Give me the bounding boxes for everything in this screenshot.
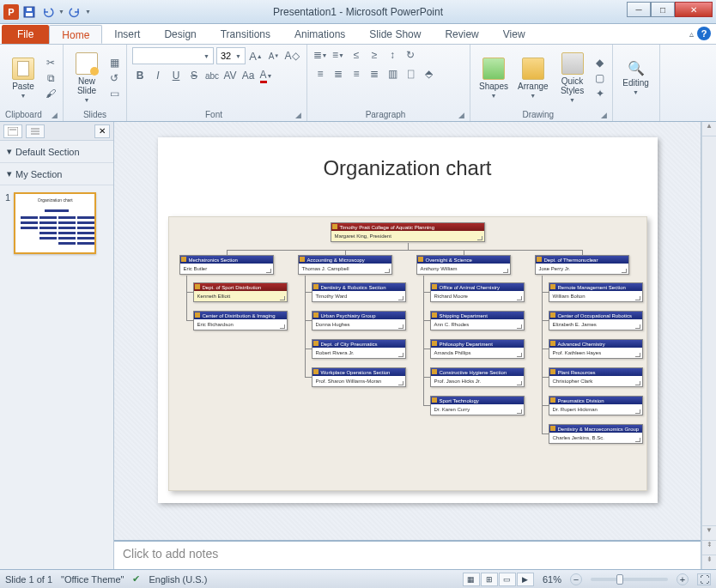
status-language[interactable]: English (U.S.) bbox=[149, 574, 207, 585]
panel-close-button[interactable]: ✕ bbox=[94, 124, 110, 138]
reset-icon[interactable]: ↺ bbox=[107, 71, 121, 85]
spellcheck-icon[interactable]: ✔ bbox=[132, 573, 140, 585]
editing-button[interactable]: 🔍 Editing ▼ bbox=[618, 47, 654, 108]
org-node[interactable]: Plant ResourcesChristopher Clark bbox=[549, 367, 643, 387]
slide-thumbnail[interactable]: Organization chart bbox=[14, 192, 96, 254]
tab-view[interactable]: View bbox=[491, 25, 537, 44]
minimize-ribbon-icon[interactable]: ▵ bbox=[689, 29, 694, 39]
org-node[interactable]: Urban Psychiatry GroupDonna Hughes bbox=[312, 311, 406, 330]
underline-button[interactable]: U bbox=[168, 68, 184, 83]
slide-thumbnail-row[interactable]: 1 Organization chart bbox=[0, 185, 113, 261]
numbering-icon[interactable]: ≡▼ bbox=[331, 47, 346, 63]
cut-icon[interactable]: ✂ bbox=[44, 56, 58, 70]
zoom-level[interactable]: 61% bbox=[543, 574, 561, 585]
fit-window-icon[interactable]: ⛶ bbox=[697, 573, 711, 585]
org-node[interactable]: Dept. of Sport DistributionKenneth Ellio… bbox=[193, 282, 288, 302]
font-size-combo[interactable]: 32▼ bbox=[216, 47, 246, 64]
org-node[interactable]: Dept. of City PneumaticsRobert Rivera Jr… bbox=[312, 339, 406, 359]
increase-indent-icon[interactable]: ≥ bbox=[367, 47, 382, 63]
tab-animations[interactable]: Animations bbox=[282, 25, 357, 44]
grow-font-icon[interactable]: A▲ bbox=[248, 48, 264, 64]
org-node[interactable]: Shipping DepartmentAnn C. Rhodes bbox=[430, 311, 525, 330]
close-button[interactable]: ✕ bbox=[675, 2, 713, 17]
org-node[interactable]: Dentistry & Robotics SectionTimothy Ward bbox=[312, 282, 406, 302]
shapes-button[interactable]: Shapes▼ bbox=[476, 56, 512, 100]
tab-home[interactable]: Home bbox=[49, 25, 102, 44]
new-slide-button[interactable]: New Slide ▼ bbox=[69, 51, 105, 105]
align-left-icon[interactable]: ≡ bbox=[312, 66, 328, 82]
org-node[interactable]: Sport TechnologyDr. Karen Curry bbox=[430, 396, 525, 415]
zoom-out-icon[interactable]: − bbox=[570, 573, 582, 585]
layout-icon[interactable]: ▦ bbox=[107, 56, 121, 70]
char-spacing-icon[interactable]: AV bbox=[222, 68, 238, 83]
align-text-icon[interactable]: ⎕ bbox=[403, 66, 418, 82]
columns-icon[interactable]: ▥ bbox=[385, 66, 400, 82]
scroll-up-icon[interactable]: ▲ bbox=[702, 122, 716, 136]
bullets-icon[interactable]: ≣▼ bbox=[312, 47, 328, 63]
org-node[interactable]: Philosophy DepartmentAmanda Phillips bbox=[430, 339, 525, 359]
redo-icon[interactable] bbox=[66, 3, 83, 21]
org-node[interactable]: Office of Animal ChemistryRichard Moore bbox=[430, 282, 525, 302]
slideshow-view-icon[interactable]: ▶ bbox=[517, 573, 534, 586]
slide[interactable]: Organization chart Timothy Pratt College… bbox=[158, 137, 658, 503]
org-node[interactable]: Workplace Operations SectionProf. Sharon… bbox=[312, 367, 406, 387]
text-direction-icon[interactable]: ↻ bbox=[403, 47, 418, 63]
org-node[interactable]: Dept. of Thermonuclear MathematicsJose P… bbox=[535, 255, 629, 275]
org-node[interactable]: Dentistry & Macroeconomics GroupCharles … bbox=[549, 424, 643, 444]
shape-effects-icon[interactable]: ✦ bbox=[593, 87, 607, 100]
shape-fill-icon[interactable]: ◆ bbox=[593, 56, 607, 70]
help-icon[interactable]: ? bbox=[697, 27, 711, 40]
italic-button[interactable]: I bbox=[150, 68, 166, 83]
minimize-button[interactable]: ─ bbox=[627, 2, 651, 17]
tab-file[interactable]: File bbox=[2, 25, 49, 44]
tab-slideshow[interactable]: Slide Show bbox=[357, 25, 433, 44]
strikethrough-button[interactable]: S bbox=[186, 68, 202, 83]
org-node[interactable]: Constructive Hygiene SectionProf. Jason … bbox=[430, 367, 525, 387]
copy-icon[interactable]: ⧉ bbox=[44, 71, 58, 85]
align-center-icon[interactable]: ≣ bbox=[331, 66, 346, 82]
org-node[interactable]: Oversight & ScienceAnthony William bbox=[416, 255, 511, 275]
slide-title[interactable]: Organization chart bbox=[158, 156, 658, 180]
org-node[interactable]: Pneumatics DivisionDr. Rupert Hickman bbox=[549, 396, 643, 415]
font-name-combo[interactable]: ▼ bbox=[132, 47, 214, 64]
notes-pane[interactable]: Click to add notes bbox=[114, 540, 701, 569]
quick-styles-button[interactable]: Quick Styles▼ bbox=[555, 51, 591, 105]
undo-icon[interactable] bbox=[39, 3, 57, 21]
smartart-icon[interactable]: ⬘ bbox=[421, 66, 436, 82]
shadow-button[interactable]: abc bbox=[204, 68, 220, 83]
tab-insert[interactable]: Insert bbox=[102, 25, 152, 44]
tab-design[interactable]: Design bbox=[152, 25, 208, 44]
justify-icon[interactable]: ≣ bbox=[367, 66, 382, 82]
org-node[interactable]: Mechatronics SectionEric Butler bbox=[179, 255, 274, 275]
line-spacing-icon[interactable]: ↕ bbox=[385, 47, 400, 63]
vertical-scrollbar[interactable]: ▲ ▼ ⇞ ⇟ bbox=[701, 122, 716, 569]
arrange-button[interactable]: Arrange▼ bbox=[514, 56, 552, 100]
undo-dropdown-icon[interactable]: ▼ bbox=[58, 9, 64, 15]
reading-view-icon[interactable]: ▭ bbox=[499, 573, 516, 586]
prev-slide-icon[interactable]: ⇞ bbox=[702, 540, 716, 555]
paste-button[interactable]: Paste ▼ bbox=[5, 56, 41, 100]
paragraph-launcher-icon[interactable]: ◢ bbox=[458, 111, 464, 119]
decrease-indent-icon[interactable]: ≤ bbox=[349, 47, 364, 63]
align-right-icon[interactable]: ≡ bbox=[349, 66, 364, 82]
maximize-button[interactable]: □ bbox=[651, 2, 675, 17]
shape-outline-icon[interactable]: ▢ bbox=[593, 71, 607, 85]
drawing-launcher-icon[interactable]: ◢ bbox=[601, 111, 607, 119]
clear-format-icon[interactable]: A◇ bbox=[284, 48, 300, 64]
tab-transitions[interactable]: Transitions bbox=[209, 25, 282, 44]
org-node[interactable]: Timothy Pratt College of Aquatic Plannin… bbox=[331, 222, 485, 242]
save-icon[interactable] bbox=[21, 3, 38, 21]
clipboard-launcher-icon[interactable]: ◢ bbox=[52, 111, 58, 119]
qat-customize-icon[interactable]: ▼ bbox=[85, 9, 91, 15]
sorter-view-icon[interactable]: ⊞ bbox=[481, 573, 498, 586]
scroll-down-icon[interactable]: ▼ bbox=[702, 525, 716, 540]
panel-tab-slides[interactable] bbox=[3, 124, 22, 138]
zoom-in-icon[interactable]: + bbox=[677, 573, 689, 585]
shrink-font-icon[interactable]: A▼ bbox=[266, 48, 282, 64]
org-node[interactable]: Accounting & MicroscopyThomas J. Campbel… bbox=[298, 255, 392, 275]
font-launcher-icon[interactable]: ◢ bbox=[295, 111, 301, 119]
font-color-icon[interactable]: A▼ bbox=[258, 68, 274, 83]
org-node[interactable]: Remote Management SectionWilliam Bolton bbox=[549, 282, 643, 302]
next-slide-icon[interactable]: ⇟ bbox=[702, 555, 716, 569]
org-node[interactable]: Advanced ChemistryProf. Kathleen Hayes bbox=[549, 339, 643, 359]
